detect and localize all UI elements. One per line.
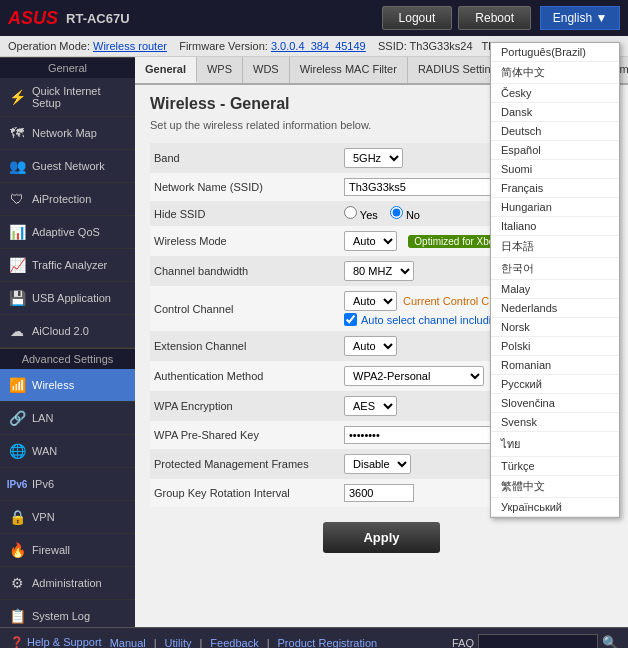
lang-option[interactable]: Español <box>491 141 619 160</box>
lan-icon: 🔗 <box>8 409 26 427</box>
lang-option[interactable]: Norsk <box>491 318 619 337</box>
wpa-enc-select[interactable]: AES <box>344 396 397 416</box>
lang-option[interactable]: Slovenčina <box>491 394 619 413</box>
lang-option[interactable]: 繁體中文 <box>491 476 619 498</box>
sidebar-item-guest-network[interactable]: 👥 Guest Network <box>0 150 135 183</box>
traffic-analyzer-icon: 📈 <box>8 256 26 274</box>
manual-link[interactable]: Manual <box>110 637 146 649</box>
model-name: RT-AC67U <box>66 11 379 26</box>
wireless-mode-label: Wireless Mode <box>150 226 340 256</box>
wireless-mode-select[interactable]: Auto <box>344 231 397 251</box>
feedback-link[interactable]: Feedback <box>210 637 258 649</box>
logout-button[interactable]: Logout <box>382 6 453 30</box>
firmware-link[interactable]: 3.0.0.4_384_45149 <box>271 40 366 52</box>
lang-option[interactable]: Hungarian <box>491 198 619 217</box>
asus-logo: ASUS <box>8 8 58 29</box>
utility-link[interactable]: Utility <box>165 637 192 649</box>
tab-wireless-mac-filter[interactable]: Wireless MAC Filter <box>290 57 408 83</box>
network-map-icon: 🗺 <box>8 124 26 142</box>
lang-option[interactable]: Česky <box>491 84 619 103</box>
hide-ssid-yes-radio[interactable] <box>344 206 357 219</box>
search-icon[interactable]: 🔍 <box>602 635 618 648</box>
lang-option[interactable]: Malay <box>491 280 619 299</box>
lang-option[interactable]: 简体中文 <box>491 62 619 84</box>
aiprotection-icon: 🛡 <box>8 190 26 208</box>
sidebar-item-label: Administration <box>32 577 102 589</box>
lang-option[interactable]: Suomi <box>491 160 619 179</box>
sidebar-item-label: AiProtection <box>32 193 91 205</box>
operation-mode-link[interactable]: Wireless router <box>93 40 167 52</box>
sidebar-item-system-log[interactable]: 📋 System Log <box>0 600 135 627</box>
hide-ssid-no-radio[interactable] <box>390 206 403 219</box>
bottom-bar: ❓ Help & Support Manual | Utility | Feed… <box>0 627 628 648</box>
sidebar-item-label: VPN <box>32 511 55 523</box>
band-select[interactable]: 5GHz <box>344 148 403 168</box>
auto-select-checkbox[interactable] <box>344 313 357 326</box>
pmf-label: Protected Management Frames <box>150 449 340 479</box>
lang-option[interactable]: Украïнський <box>491 498 619 517</box>
aicloud-icon: ☁ <box>8 322 26 340</box>
search-input[interactable] <box>478 634 598 649</box>
guest-network-icon: 👥 <box>8 157 26 175</box>
language-selector[interactable]: English ▼ <box>540 6 620 30</box>
help-support-link[interactable]: ❓ Help & Support <box>10 636 102 648</box>
sidebar-item-label: System Log <box>32 610 90 622</box>
extension-channel-select[interactable]: Auto <box>344 336 397 356</box>
lang-option[interactable]: Français <box>491 179 619 198</box>
apply-button[interactable]: Apply <box>323 522 439 553</box>
auth-method-select[interactable]: WPA2-Personal <box>344 366 484 386</box>
sidebar-item-wireless[interactable]: 📶 Wireless <box>0 369 135 402</box>
lang-option[interactable]: Nederlands <box>491 299 619 318</box>
sidebar-item-wan[interactable]: 🌐 WAN <box>0 435 135 468</box>
lang-option[interactable]: Türkçe <box>491 457 619 476</box>
lang-option[interactable]: Italiano <box>491 217 619 236</box>
lang-option[interactable]: Deutsch <box>491 122 619 141</box>
sidebar-item-firewall[interactable]: 🔥 Firewall <box>0 534 135 567</box>
top-bar: ASUS RT-AC67U Logout Reboot English ▼ Po… <box>0 0 628 36</box>
sidebar-item-adaptive-qos[interactable]: 📊 Adaptive QoS <box>0 216 135 249</box>
channel-bw-label: Channel bandwidth <box>150 256 340 286</box>
sidebar-item-aiprotection[interactable]: 🛡 AiProtection <box>0 183 135 216</box>
sidebar-item-ipv6[interactable]: IPv6 IPv6 <box>0 468 135 501</box>
channel-bw-select[interactable]: 80 MHZ <box>344 261 414 281</box>
tab-wps[interactable]: WPS <box>197 57 243 83</box>
tab-general[interactable]: General <box>135 57 197 83</box>
sidebar-item-traffic-analyzer[interactable]: 📈 Traffic Analyzer <box>0 249 135 282</box>
sidebar-item-label: LAN <box>32 412 53 424</box>
lang-option[interactable]: 한국어 <box>491 258 619 280</box>
usb-application-icon: 💾 <box>8 289 26 307</box>
sidebar-item-label: WAN <box>32 445 57 457</box>
sidebar-item-lan[interactable]: 🔗 LAN <box>0 402 135 435</box>
lang-option[interactable]: Romanian <box>491 356 619 375</box>
sidebar-item-network-map[interactable]: 🗺 Network Map <box>0 117 135 150</box>
lang-option[interactable]: Português(Brazil) <box>491 43 619 62</box>
lang-option[interactable]: Русский <box>491 375 619 394</box>
sidebar-advanced-title: Advanced Settings <box>0 348 135 369</box>
hide-ssid-yes-label[interactable]: Yes <box>344 206 378 221</box>
product-registration-link[interactable]: Product Registration <box>278 637 378 649</box>
control-channel-select[interactable]: Auto <box>344 291 397 311</box>
system-log-icon: 📋 <box>8 607 26 625</box>
sidebar-item-usb-application[interactable]: 💾 USB Application <box>0 282 135 315</box>
sidebar-item-administration[interactable]: ⚙ Administration <box>0 567 135 600</box>
lang-option[interactable]: Polski <box>491 337 619 356</box>
sidebar: General ⚡ Quick Internet Setup 🗺 Network… <box>0 57 135 627</box>
lang-option[interactable]: Svensk <box>491 413 619 432</box>
lang-option[interactable]: Dansk <box>491 103 619 122</box>
pmf-select[interactable]: Disable <box>344 454 411 474</box>
sidebar-item-aicloud[interactable]: ☁ AiCloud 2.0 <box>0 315 135 348</box>
group-key-input[interactable] <box>344 484 414 502</box>
lang-option[interactable]: 日本語 <box>491 236 619 258</box>
control-channel-label: Control Channel <box>150 286 340 331</box>
apply-row: Apply <box>150 522 613 553</box>
administration-icon: ⚙ <box>8 574 26 592</box>
sidebar-item-quick-internet[interactable]: ⚡ Quick Internet Setup <box>0 78 135 117</box>
hide-ssid-no-label[interactable]: No <box>390 206 420 221</box>
lang-option[interactable]: ไทย <box>491 432 619 457</box>
tab-wds[interactable]: WDS <box>243 57 290 83</box>
wan-icon: 🌐 <box>8 442 26 460</box>
reboot-button[interactable]: Reboot <box>458 6 531 30</box>
sidebar-item-vpn[interactable]: 🔒 VPN <box>0 501 135 534</box>
sidebar-item-label: Network Map <box>32 127 97 139</box>
sidebar-item-label: AiCloud 2.0 <box>32 325 89 337</box>
